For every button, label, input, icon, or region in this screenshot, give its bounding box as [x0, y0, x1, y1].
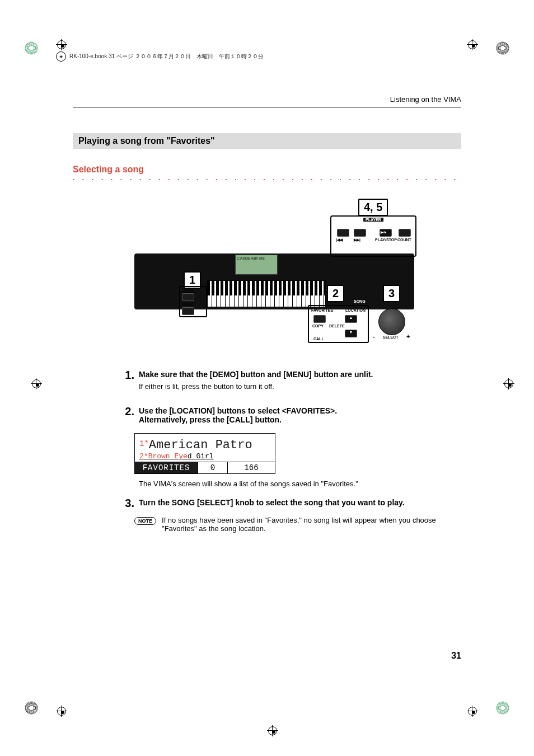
step-head: Turn the SONG [SELECT] knob to select th… [139, 498, 461, 507]
menu-label: MENU [182, 302, 204, 306]
prev-icon: |◀◀ [336, 238, 343, 242]
panel-diagram: 1:Abide with Me PLAYER |◀◀ ▶▶| ▶/■ PLAY/… [134, 199, 414, 355]
lcd-line1: American Patro [149, 438, 252, 452]
player-label: PLAYER [363, 218, 383, 222]
loc-up-button-icon: ▲ [345, 315, 357, 323]
select-dial-icon [378, 308, 405, 335]
favorites-label: FAVORITES [311, 308, 333, 312]
next-icon: ▶▶| [354, 238, 360, 242]
count-button-icon [399, 229, 411, 237]
section-title: Playing a song from "Favorites" [73, 133, 461, 149]
page-number: 31 [451, 651, 461, 661]
crop-mark-icon [56, 39, 67, 50]
lcd-text: 1:Abide with Me [237, 256, 265, 260]
call-label: CALL [313, 337, 324, 341]
plus-label: + [406, 333, 410, 340]
crop-disc-icon [495, 40, 510, 56]
prev-button-icon [337, 229, 349, 237]
print-header: ✦ RK-100-e.book 31 ページ ２００６年７月２０日 木曜日 午前… [56, 51, 478, 62]
callout-4-5: 4, 5 [358, 199, 388, 216]
book-icon: ✦ [56, 51, 66, 62]
crop-disc-icon [24, 700, 39, 716]
step-number: 3. [118, 497, 134, 510]
demo-label: DEMO [182, 288, 204, 292]
next-button-icon [354, 229, 366, 237]
dotted-rule: • • • • • • • • • • • • • • • • • • • • … [73, 177, 461, 182]
delete-label: DELETE [329, 324, 345, 328]
print-header-text: RK-100-e.book 31 ページ ２００６年７月２０日 木曜日 午前１０… [69, 53, 264, 60]
select-label: SELECT [383, 335, 399, 339]
lcd-icon: 1:Abide with Me [235, 255, 278, 275]
step-head: Use the [LOCATION] buttons to select <FA… [139, 406, 461, 424]
location-label: LOCATION [345, 308, 366, 312]
crop-disc-icon [495, 700, 510, 716]
after-lcd-text: The VIMA's screen will show a list of th… [139, 480, 461, 488]
crop-mark-icon [56, 706, 67, 717]
play-icon: ▶/■ [381, 230, 386, 234]
lcd-line2-asterisk: * [144, 452, 148, 461]
step-number: 2. [118, 405, 134, 428]
play-stop-label: PLAY/STOP [375, 238, 397, 242]
loc-down-button-icon: ▼ [345, 330, 357, 337]
count-label: COUNT [397, 238, 411, 242]
lcd-favorites-tag: FAVORITES [135, 462, 198, 473]
lcd-measure: 0 [198, 462, 228, 473]
fav-loc-outline: FAVORITES LOCATION ▲ COPY DELETE ▼ CALL [308, 305, 369, 343]
crop-mark-icon [467, 706, 478, 717]
crop-mark-icon [467, 39, 478, 50]
demo-button-icon [182, 293, 194, 301]
copy-label: COPY [312, 324, 324, 328]
favorites-button-icon [313, 315, 326, 323]
note-text: If no songs have been saved in "Favorite… [162, 516, 461, 533]
song-area: SONG FAVORITES LOCATION ▲ COPY DELETE ▼ … [308, 299, 414, 344]
step-head: Make sure that the [DEMO] button and [ME… [139, 370, 461, 379]
step-number: 1. [118, 369, 134, 401]
callout-3: 3 [383, 285, 400, 302]
callout-2: 2 [327, 285, 344, 302]
lcd-asterisk: * [144, 439, 148, 448]
minus-label: - [373, 333, 375, 340]
page-chapter: Listening on the VIMA [73, 95, 461, 107]
lcd-line2-red: Brown Eye [148, 452, 188, 461]
lcd-line2-num: 2 [139, 452, 144, 461]
song-label: SONG [352, 299, 368, 303]
screen-illustration: 1*American Patro 2*Brown Eyed Girl FAVOR… [134, 433, 275, 474]
crop-disc-icon [24, 40, 39, 56]
player-outline: PLAYER |◀◀ ▶▶| ▶/■ PLAY/STOP COUNT [330, 215, 416, 257]
lcd-tempo: 166 [228, 462, 275, 473]
lcd-line2-rest: d Girl [188, 452, 214, 461]
step-text: If either is lit, press the button to tu… [139, 382, 461, 391]
menu-button-icon [182, 307, 194, 315]
subsection-title: Selecting a song [73, 165, 461, 175]
demo-menu-outline: DEMO MENU [179, 286, 207, 317]
note-badge: NOTE [134, 517, 156, 525]
